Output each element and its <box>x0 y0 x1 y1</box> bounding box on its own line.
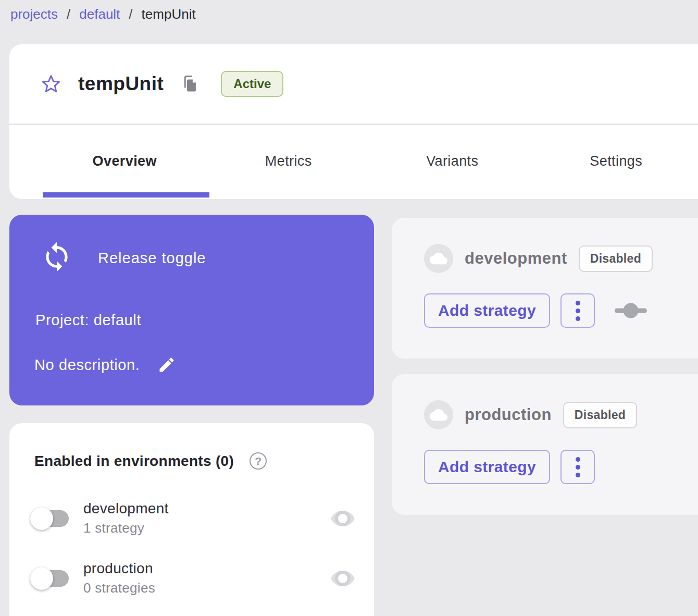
kebab-dot <box>576 465 580 470</box>
environment-row-text: production 0 strategies <box>83 560 155 596</box>
panel-title: Enabled in environments (0) <box>34 453 234 470</box>
edit-pencil-icon[interactable] <box>157 355 176 374</box>
cloud-icon <box>424 400 453 429</box>
add-strategy-button[interactable]: Add strategy <box>424 450 550 484</box>
release-toggle-header: Release toggle <box>41 241 206 275</box>
help-icon[interactable]: ? <box>250 452 267 470</box>
kebab-dot <box>576 301 580 305</box>
breadcrumb-link-default[interactable]: default <box>79 6 120 22</box>
environment-card-header: production Disabled <box>424 400 637 429</box>
environment-card-header: development Disabled <box>424 244 653 273</box>
switch-knob <box>30 507 53 530</box>
tab-bar: Overview Metrics Variants Settings <box>9 125 698 198</box>
kebab-dot <box>576 457 580 462</box>
environment-row-strategies: 0 strategies <box>83 580 155 596</box>
environment-card-actions: Add strategy <box>424 293 648 328</box>
environment-card-development: development Disabled Add strategy <box>392 218 698 359</box>
toggle-switch-development[interactable] <box>30 506 70 531</box>
tab-variants[interactable]: Variants <box>370 125 534 198</box>
environment-status-chip: Disabled <box>563 402 637 428</box>
copy-icon[interactable] <box>182 75 198 93</box>
kebab-dot <box>576 316 580 321</box>
feature-header-row: tempUnit Active <box>9 44 698 125</box>
tab-settings[interactable]: Settings <box>534 125 698 198</box>
enabled-environments-panel: Enabled in environments (0) ? developmen… <box>9 423 374 616</box>
environment-name: production <box>465 405 552 424</box>
environment-row-production: production 0 strategies <box>30 560 355 596</box>
switch-knob <box>30 567 53 590</box>
loop-icon <box>41 241 73 275</box>
favorite-star-icon[interactable] <box>41 73 61 94</box>
kebab-menu-button[interactable] <box>560 293 595 328</box>
active-tab-indicator <box>43 192 209 198</box>
environment-name: development <box>465 249 567 268</box>
environment-row-strategies: 1 strategy <box>83 520 169 536</box>
release-toggle-card: Release toggle Project: default No descr… <box>9 215 374 405</box>
description-label: No description. <box>34 356 140 374</box>
breadcrumb-link-projects[interactable]: projects <box>10 6 58 22</box>
rollout-strategy-icon <box>614 301 648 320</box>
tab-overview[interactable]: Overview <box>43 125 207 198</box>
environment-row-development: development 1 strategy <box>30 500 355 536</box>
environment-card-actions: Add strategy <box>424 450 595 484</box>
page-title: tempUnit <box>78 73 164 95</box>
kebab-menu-button[interactable] <box>560 450 595 484</box>
toggle-type-label: Release toggle <box>98 250 206 267</box>
breadcrumb-separator: / <box>129 6 132 22</box>
environment-row-name: production <box>83 560 155 577</box>
cloud-icon <box>424 244 453 273</box>
feature-header-card: tempUnit Active Overview Metrics Variant… <box>9 44 698 199</box>
kebab-dot <box>576 473 580 477</box>
tab-metrics[interactable]: Metrics <box>207 125 371 198</box>
project-label: Project: default <box>35 312 141 329</box>
environment-status-chip: Disabled <box>579 245 653 272</box>
kebab-dot <box>576 309 580 313</box>
description-row: No description. <box>34 355 176 374</box>
add-strategy-button[interactable]: Add strategy <box>424 293 550 328</box>
breadcrumb: projects / default / tempUnit <box>10 6 196 22</box>
breadcrumb-current: tempUnit <box>142 6 196 22</box>
environment-row-text: development 1 strategy <box>83 500 169 536</box>
breadcrumb-separator: / <box>67 6 70 22</box>
environment-row-name: development <box>83 500 169 517</box>
status-badge: Active <box>221 71 283 97</box>
panel-header: Enabled in environments (0) ? <box>9 423 374 470</box>
eye-icon[interactable] <box>330 568 355 589</box>
eye-icon[interactable] <box>330 508 355 529</box>
environment-card-production: production Disabled Add strategy <box>392 374 698 515</box>
toggle-switch-production[interactable] <box>30 566 70 591</box>
feature-toggle-page: projects / default / tempUnit tempUnit A… <box>0 0 698 616</box>
